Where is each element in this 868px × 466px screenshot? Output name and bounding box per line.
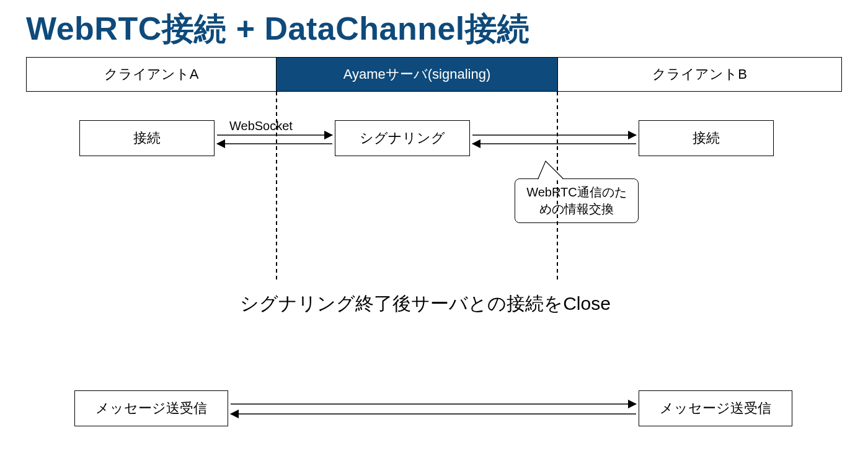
box-msg-right: メッセージ送受信 xyxy=(639,390,792,426)
header-row: クライアントA Ayameサーバ(signaling) クライアントB xyxy=(26,57,842,92)
callout-line2: めの情報交換 xyxy=(539,202,614,216)
page-title: WebRTC接続 + DataChannel接続 xyxy=(26,7,530,51)
header-server: Ayameサーバ(signaling) xyxy=(277,57,557,92)
label-websocket: WebSocket xyxy=(229,119,293,133)
mid-close-text: シグナリング終了後サーバとの接続をClose xyxy=(208,291,642,317)
header-client-a: クライアントA xyxy=(26,57,277,92)
callout-pointer xyxy=(538,161,563,178)
box-connect-right: 接続 xyxy=(639,120,774,156)
callout-info-exchange: WebRTC通信のた めの情報交換 xyxy=(515,178,639,223)
box-connect-left: 接続 xyxy=(79,120,215,156)
box-signaling: シグナリング xyxy=(335,120,470,156)
box-msg-left: メッセージ送受信 xyxy=(74,390,228,426)
callout-line1: WebRTC通信のた xyxy=(526,185,627,199)
header-client-b: クライアントB xyxy=(557,57,842,92)
